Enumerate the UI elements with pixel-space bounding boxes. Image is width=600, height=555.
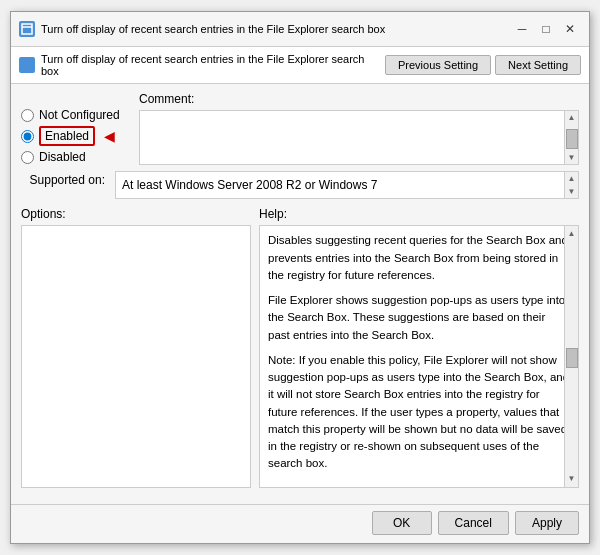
scroll-track [566, 124, 578, 151]
header-icon [19, 57, 35, 73]
help-box: Disables suggesting recent queries for t… [259, 225, 579, 487]
help-paragraph-3: Note: If you enable this policy, File Ex… [268, 352, 570, 473]
arrow-indicator: ◀ [104, 128, 115, 144]
help-paragraph-1: Disables suggesting recent queries for t… [268, 232, 570, 284]
close-button[interactable]: ✕ [559, 18, 581, 40]
not-configured-label: Not Configured [39, 108, 120, 122]
apply-button[interactable]: Apply [515, 511, 579, 535]
previous-setting-button[interactable]: Previous Setting [385, 55, 491, 75]
lower-section: Options: Help: Disables suggesting recen… [21, 207, 579, 487]
help-scroll-thumb[interactable] [566, 348, 578, 368]
options-title: Options: [21, 207, 251, 221]
radio-column: Not Configured Enabled ◀ Disabled [21, 92, 131, 165]
navigation-buttons: Previous Setting Next Setting [385, 55, 581, 75]
scroll-up-arrow[interactable]: ▲ [568, 111, 576, 124]
title-bar-controls: ─ □ ✕ [511, 18, 581, 40]
comment-section: Comment: ▲ ▼ [139, 92, 579, 165]
supported-section: Supported on: At least Windows Server 20… [21, 171, 579, 199]
ok-button[interactable]: OK [372, 511, 432, 535]
comment-scrollbar[interactable]: ▲ ▼ [564, 111, 578, 164]
help-paragraph-2: File Explorer shows suggestion pop-ups a… [268, 292, 570, 344]
title-bar-left: Turn off display of recent search entrie… [19, 21, 511, 37]
help-scroll-up[interactable]: ▲ [568, 226, 576, 242]
supported-on-value: At least Windows Server 2008 R2 or Windo… [115, 171, 579, 199]
help-scrollbar[interactable]: ▲ ▼ [564, 226, 578, 486]
svg-rect-0 [22, 24, 32, 34]
supported-scroll-up[interactable]: ▲ [568, 172, 576, 185]
header-title-area: Turn off display of recent search entrie… [19, 53, 385, 77]
scrollbar-thumb[interactable] [566, 129, 578, 149]
enabled-label: Enabled [39, 126, 95, 146]
enabled-radio[interactable] [21, 130, 34, 143]
top-section: Not Configured Enabled ◀ Disabled Commen… [21, 92, 579, 165]
main-content: Not Configured Enabled ◀ Disabled Commen… [11, 84, 589, 503]
main-window: Turn off display of recent search entrie… [10, 11, 590, 543]
options-panel: Options: [21, 207, 251, 487]
comment-label: Comment: [139, 92, 579, 106]
help-scroll-down[interactable]: ▼ [568, 471, 576, 487]
help-scroll-container: ▲ ▼ [565, 226, 578, 486]
title-bar: Turn off display of recent search entrie… [11, 12, 589, 47]
supported-text: At least Windows Server 2008 R2 or Windo… [122, 178, 377, 192]
window-title: Turn off display of recent search entrie… [41, 23, 385, 35]
enabled-option[interactable]: Enabled ◀ [21, 126, 131, 146]
disabled-label: Disabled [39, 150, 86, 164]
next-setting-button[interactable]: Next Setting [495, 55, 581, 75]
comment-box[interactable]: ▲ ▼ [139, 110, 579, 165]
options-box [21, 225, 251, 487]
scroll-down-arrow[interactable]: ▼ [568, 151, 576, 164]
not-configured-radio[interactable] [21, 109, 34, 122]
window-icon [19, 21, 35, 37]
supported-scrollbar[interactable]: ▲ ▼ [564, 172, 578, 198]
footer: OK Cancel Apply [11, 504, 589, 543]
header-bar: Turn off display of recent search entrie… [11, 47, 589, 84]
header-title-text: Turn off display of recent search entrie… [41, 53, 385, 77]
supported-scroll-down[interactable]: ▼ [568, 185, 576, 198]
disabled-option[interactable]: Disabled [21, 150, 131, 164]
disabled-radio[interactable] [21, 151, 34, 164]
help-panel: Help: Disables suggesting recent queries… [259, 207, 579, 487]
minimize-button[interactable]: ─ [511, 18, 533, 40]
help-scroll-track [566, 242, 578, 470]
supported-on-label: Supported on: [21, 171, 111, 187]
cancel-button[interactable]: Cancel [438, 511, 509, 535]
help-title: Help: [259, 207, 579, 221]
not-configured-option[interactable]: Not Configured [21, 108, 131, 122]
maximize-button[interactable]: □ [535, 18, 557, 40]
